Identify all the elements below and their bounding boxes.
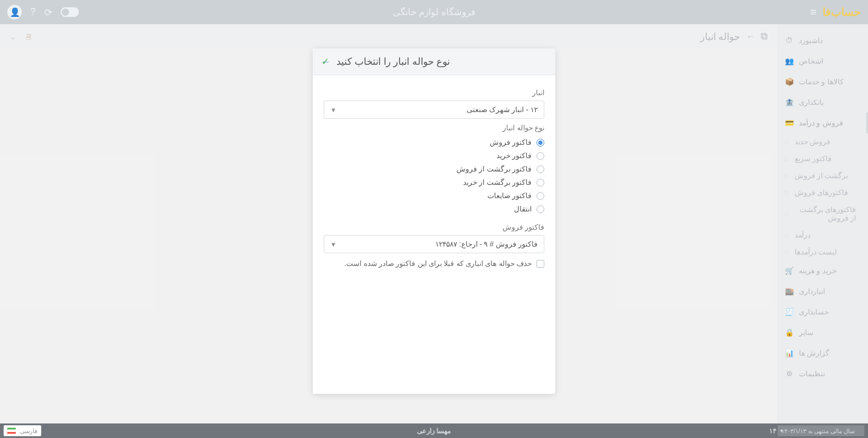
checkbox-icon	[536, 260, 544, 268]
transfer-type-option[interactable]: فاکتور فروش	[324, 136, 544, 149]
transfer-type-label: نوع حواله انبار	[324, 124, 544, 132]
transfer-type-label: فاکتور ضایعات	[487, 191, 532, 200]
transfer-type-label: فاکتور برگشت از خرید	[463, 178, 532, 187]
transfer-type-option[interactable]: فاکتور خرید	[324, 149, 544, 162]
transfer-type-label: انتقال	[514, 205, 532, 213]
warehouse-label: انبار	[324, 88, 544, 97]
caret-down-icon: ▼	[330, 241, 336, 248]
radio-icon	[536, 152, 544, 160]
radio-icon	[536, 179, 544, 187]
modal-body: انبار ۱۲ - انبار شهرک صنعتی ▼ نوع حواله …	[313, 75, 555, 276]
modal-header: نوع حواله انبار را انتخاب کنید ← ✓	[313, 48, 555, 75]
warehouse-select[interactable]: ۱۲ - انبار شهرک صنعتی ▼	[324, 101, 544, 119]
radio-icon	[536, 165, 544, 173]
radio-icon	[536, 139, 544, 147]
delete-previous-checkbox[interactable]: حذف حواله های انباری که قبلا برای این فا…	[324, 259, 544, 268]
invoice-label: فاکتور فروش	[324, 223, 544, 231]
delete-previous-label: حذف حواله های انباری که قبلا برای این فا…	[344, 259, 532, 268]
modal-title: نوع حواله انبار را انتخاب کنید	[336, 56, 450, 67]
transfer-type-label: فاکتور فروش	[490, 138, 532, 147]
transfer-type-group: فاکتور فروشفاکتور خریدفاکتور برگشت از فر…	[324, 136, 544, 216]
warehouse-value: ۱۲ - انبار شهرک صنعتی	[467, 105, 538, 114]
transfer-type-option[interactable]: انتقال	[324, 202, 544, 216]
warehouse-modal: نوع حواله انبار را انتخاب کنید ← ✓ انبار…	[313, 48, 555, 394]
transfer-type-option[interactable]: فاکتور برگشت از فروش	[324, 162, 544, 176]
caret-down-icon: ▼	[330, 107, 336, 113]
transfer-type-label: فاکتور خرید	[496, 151, 532, 160]
invoice-select[interactable]: فاکتور فروش # ۹ - ارجاع: ۱۲۴۵۸۷ ▼	[324, 235, 544, 253]
radio-icon	[536, 205, 544, 213]
transfer-type-option[interactable]: فاکتور ضایعات	[324, 189, 544, 202]
transfer-type-label: فاکتور برگشت از فروش	[456, 165, 532, 173]
confirm-icon[interactable]: ✓	[321, 56, 329, 67]
radio-icon	[536, 192, 544, 200]
invoice-value: فاکتور فروش # ۹ - ارجاع: ۱۲۴۵۸۷	[435, 240, 538, 248]
transfer-type-option[interactable]: فاکتور برگشت از خرید	[324, 176, 544, 189]
